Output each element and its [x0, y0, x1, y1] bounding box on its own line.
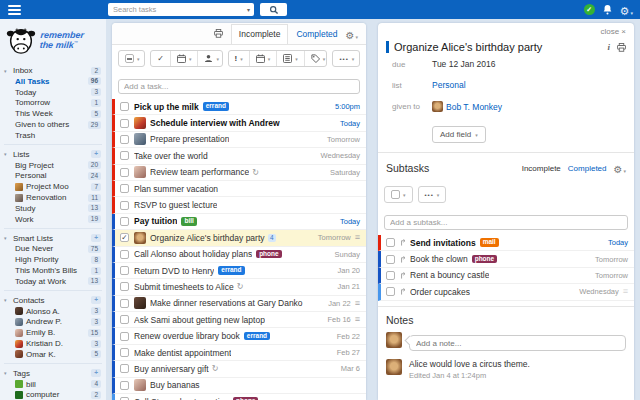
more-button[interactable]: •••▾: [333, 51, 360, 66]
add-task-input[interactable]: [118, 79, 360, 94]
calendar-button[interactable]: ▾: [249, 51, 277, 66]
sidebar-item-high-priority[interactable]: High Priority8: [0, 254, 106, 265]
field-value[interactable]: Personal: [432, 80, 466, 90]
add-icon[interactable]: +: [91, 369, 101, 377]
sidebar-item-andrew-p-[interactable]: Andrew P.3: [0, 317, 106, 328]
task-checkbox[interactable]: [120, 135, 129, 144]
task-checkbox[interactable]: [120, 348, 129, 357]
search-button[interactable]: [260, 3, 287, 16]
task-row[interactable]: Make dinner reservations at Gary DankoJa…: [112, 296, 366, 312]
sidebar-item-project-moo[interactable]: Project Moo7: [0, 181, 106, 192]
tab-completed[interactable]: Completed: [296, 29, 337, 39]
sidebar-section-smart-lists[interactable]: ▾Smart Lists+: [0, 233, 106, 244]
sidebar-section-tags[interactable]: ▾Tags+: [0, 368, 106, 379]
bell-icon[interactable]: [602, 4, 613, 15]
task-checkbox[interactable]: [386, 238, 395, 247]
check-button[interactable]: ✓: [151, 51, 170, 66]
task-row[interactable]: Return DVD to HenryerrandJan 20: [112, 263, 366, 279]
task-row[interactable]: Make dentist appointmentFeb 27: [112, 345, 366, 361]
task-checkbox[interactable]: [120, 332, 129, 341]
task-row[interactable]: Pick up the milkerrand5:00pm: [112, 99, 366, 115]
task-row[interactable]: Renew overdue library bookerrandFeb 22: [112, 328, 366, 344]
task-row[interactable]: Review team performance↻Saturday: [112, 165, 366, 181]
detail-title[interactable]: Organize Alice's birthday party: [394, 41, 600, 53]
sidebar-item-today[interactable]: Today3: [0, 87, 106, 98]
task-checkbox[interactable]: ✓: [120, 233, 129, 242]
chevron-down-icon[interactable]: ▾: [247, 6, 254, 13]
task-row[interactable]: Buy anniversary gift↻Mar 6: [112, 361, 366, 377]
sidebar-item-emily-b-[interactable]: Emily B.15: [0, 327, 106, 338]
sidebar-item-bill[interactable]: bill4: [0, 379, 106, 390]
task-row[interactable]: Plan summer vacation: [112, 181, 366, 197]
sidebar-item-personal[interactable]: Personal24: [0, 171, 106, 182]
subtask-row[interactable]: Order cupcakesWednesday≡: [378, 284, 634, 300]
tag-pill[interactable]: errand: [244, 332, 270, 341]
subtask-row[interactable]: Rent a bouncy castleTomorrow: [378, 268, 634, 284]
settings-gear-icon[interactable]: ⚙▾: [620, 1, 633, 19]
close-button[interactable]: close ×: [600, 27, 626, 36]
calendar-button[interactable]: ▾: [170, 51, 198, 66]
tag-pill[interactable]: errand: [203, 102, 229, 111]
task-row[interactable]: Call Steve about meetingphone: [112, 394, 366, 400]
sidebar-item-this-month-s-bills[interactable]: This Month's Bills1: [0, 265, 106, 276]
sidebar-item-trash[interactable]: Trash: [0, 130, 106, 141]
more-button[interactable]: •••▾: [419, 187, 446, 202]
sidebar-item-kristian-d-[interactable]: Kristian D.3: [0, 338, 106, 349]
task-row[interactable]: Schedule interview with AndrewToday: [112, 115, 366, 131]
task-checkbox[interactable]: [120, 102, 129, 111]
subtasks-tab-incomplete[interactable]: Incomplete: [522, 164, 561, 173]
add-field-button[interactable]: Add field▾: [432, 126, 486, 143]
search-input[interactable]: [108, 5, 247, 14]
task-checkbox[interactable]: [120, 299, 129, 308]
print-icon[interactable]: [617, 43, 626, 52]
sidebar-item-tomorrow[interactable]: Tomorrow1: [0, 98, 106, 109]
task-row[interactable]: ✓Organize Alice's birthday party4Tomorro…: [112, 230, 366, 246]
sidebar-item-all-tasks[interactable]: All Tasks96: [0, 76, 106, 87]
tag-pill[interactable]: phone: [472, 255, 498, 264]
tab-incomplete[interactable]: Incomplete: [231, 24, 289, 44]
person-button[interactable]: ▾: [197, 51, 222, 66]
task-checkbox[interactable]: [386, 271, 395, 280]
add-icon[interactable]: +: [91, 296, 101, 304]
task-checkbox[interactable]: [120, 168, 129, 177]
sidebar-item-today-at-work[interactable]: Today at Work13: [0, 276, 106, 287]
subtask-row[interactable]: Book the clownphoneTomorrow: [378, 251, 634, 267]
tag-button[interactable]: ▾: [304, 51, 328, 66]
sidebar-item-renovation[interactable]: Renovation11: [0, 192, 106, 203]
field-value[interactable]: Bob T. Monkey: [432, 101, 502, 112]
tag-pill[interactable]: bill: [181, 217, 196, 226]
add-note-input[interactable]: [409, 335, 626, 351]
list-settings-gear-icon[interactable]: ⚙▾: [346, 25, 358, 43]
sidebar-item-this-week[interactable]: This Week5: [0, 108, 106, 119]
task-checkbox[interactable]: [386, 255, 395, 264]
task-checkbox[interactable]: [120, 184, 129, 193]
task-checkbox[interactable]: [120, 315, 129, 324]
task-checkbox[interactable]: [120, 217, 129, 226]
task-row[interactable]: Pay tuitionbillToday: [112, 214, 366, 230]
tag-pill[interactable]: phone: [256, 250, 282, 259]
task-checkbox[interactable]: [386, 287, 395, 296]
add-subtask-input[interactable]: [384, 215, 628, 230]
sidebar-section-contacts[interactable]: ▾Contacts+: [0, 295, 106, 306]
sidebar-item-alonso-a-[interactable]: Alonso A.3: [0, 306, 106, 317]
sidebar-section-lists[interactable]: ▾Lists+: [0, 149, 106, 160]
task-checkbox[interactable]: [120, 381, 129, 390]
add-icon[interactable]: +: [91, 150, 101, 158]
info-icon[interactable]: i: [607, 42, 610, 52]
add-icon[interactable]: +: [91, 234, 101, 242]
task-row[interactable]: Prepare presentationTomorrow: [112, 132, 366, 148]
task-checkbox[interactable]: [120, 151, 129, 160]
sidebar-item-computer[interactable]: computer2: [0, 390, 106, 400]
subtasks-settings-gear-icon[interactable]: ⚙▾: [614, 159, 626, 177]
select-button[interactable]: ▾: [119, 51, 145, 66]
task-checkbox[interactable]: [120, 119, 129, 128]
menu-icon[interactable]: [8, 5, 21, 17]
task-checkbox[interactable]: [120, 250, 129, 259]
subtask-row[interactable]: Send invitationsmailToday: [378, 235, 634, 251]
list-button[interactable]: ▾: [276, 51, 304, 66]
task-checkbox[interactable]: [120, 201, 129, 210]
sidebar-item-big-project[interactable]: Big Project20: [0, 160, 106, 171]
task-row[interactable]: Buy bananas: [112, 378, 366, 394]
subtasks-tab-completed[interactable]: Completed: [568, 164, 607, 173]
sidebar-item-study[interactable]: Study13: [0, 203, 106, 214]
